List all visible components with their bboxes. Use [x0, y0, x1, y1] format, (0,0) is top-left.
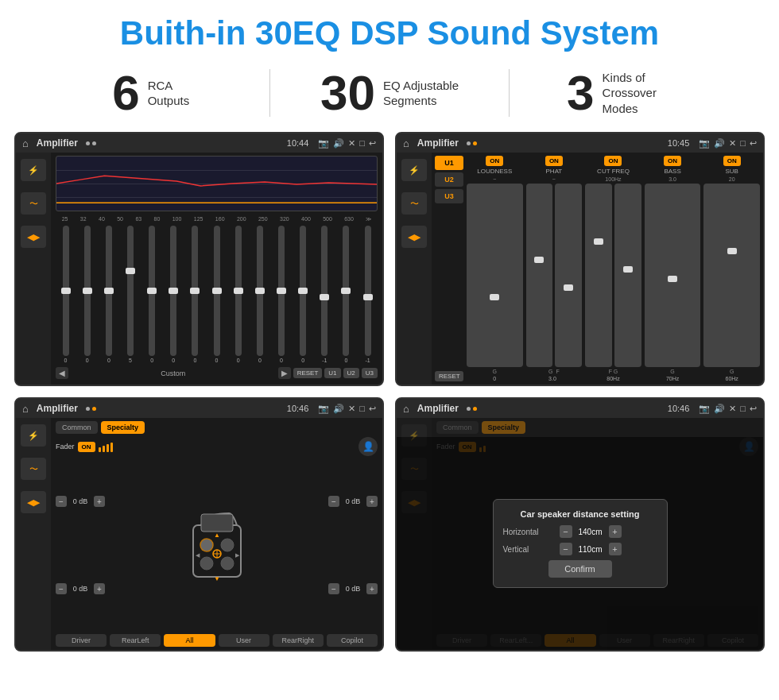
xover-side-btn-2[interactable]: 〜: [401, 192, 427, 215]
eq-slider-6[interactable]: 0: [185, 226, 205, 363]
xover-phat-thumb1[interactable]: [534, 257, 544, 263]
fader-side-btn-1[interactable]: ⚡: [21, 424, 46, 447]
eq-thumb-2[interactable]: [104, 288, 114, 294]
dialog-horizontal-plus[interactable]: +: [609, 525, 622, 538]
xover-cutfreq-slider1[interactable]: [585, 184, 612, 367]
eq-thumb-7[interactable]: [212, 288, 222, 294]
xover-phat-slider2[interactable]: [555, 184, 582, 367]
close-icon[interactable]: ✕: [348, 138, 355, 149]
xover-sub-thumb1[interactable]: [727, 248, 737, 254]
eq-side-btn-2[interactable]: 〜: [21, 192, 46, 215]
fader-copilot-btn[interactable]: Copilot: [327, 634, 378, 647]
eq-track-6[interactable]: [192, 226, 198, 356]
eq-slider-7[interactable]: 0: [207, 226, 227, 363]
fader-minus-tr[interactable]: −: [328, 496, 339, 507]
xover-cutfreq-slider2[interactable]: [614, 184, 641, 367]
xover-cutfreq-thumb2[interactable]: [623, 266, 633, 273]
eq-track-4[interactable]: [149, 226, 155, 356]
fader-minus-bl[interactable]: −: [56, 583, 67, 594]
fader-driver-btn[interactable]: Driver: [56, 634, 107, 647]
eq-thumb-1[interactable]: [83, 288, 92, 294]
fader-minus-tl[interactable]: −: [56, 496, 67, 507]
xover-phat-toggle[interactable]: ON: [545, 156, 563, 166]
fader-close-icon[interactable]: ✕: [348, 404, 355, 414]
xover-u2-btn[interactable]: U2: [435, 172, 463, 187]
eq-prev-btn[interactable]: ◀: [56, 367, 68, 379]
dialog-vertical-plus[interactable]: +: [609, 543, 622, 555]
xover-loudness-toggle[interactable]: ON: [486, 156, 503, 166]
dialog-close-icon[interactable]: ✕: [729, 404, 736, 414]
fader-minus-br[interactable]: −: [328, 583, 339, 594]
eq-thumb-5[interactable]: [169, 288, 178, 294]
fader-plus-tr[interactable]: +: [366, 496, 378, 507]
xover-home-icon[interactable]: ⌂: [403, 137, 409, 149]
fader-user-btn[interactable]: User: [219, 634, 269, 647]
fader-all-btn[interactable]: All: [164, 634, 215, 647]
eq-track-3[interactable]: [127, 226, 134, 356]
eq-thumb-9[interactable]: [255, 288, 265, 294]
eq-thumb-12[interactable]: [320, 294, 329, 300]
eq-slider-3[interactable]: 5: [120, 226, 140, 363]
eq-thumb-4[interactable]: [147, 288, 157, 294]
xover-phat-thumb2[interactable]: [564, 284, 573, 291]
eq-track-9[interactable]: [257, 226, 263, 356]
eq-track-14[interactable]: [365, 226, 371, 356]
fader-side-btn-3[interactable]: ◀▶: [21, 491, 46, 513]
dialog-horizontal-minus[interactable]: −: [560, 525, 572, 538]
eq-u1-btn[interactable]: U1: [324, 368, 340, 378]
dialog-back-icon[interactable]: ↩: [750, 404, 757, 414]
eq-side-btn-3[interactable]: ◀▶: [21, 226, 46, 248]
eq-thumb-8[interactable]: [234, 288, 243, 294]
eq-side-btn-1[interactable]: ⚡: [21, 159, 46, 181]
fader-home-icon[interactable]: ⌂: [22, 403, 29, 415]
eq-slider-11[interactable]: 0: [293, 226, 313, 363]
eq-thumb-11[interactable]: [298, 288, 308, 294]
xover-cutfreq-toggle[interactable]: ON: [604, 156, 622, 166]
fader-on-toggle[interactable]: ON: [78, 442, 95, 452]
eq-slider-13[interactable]: 0: [336, 226, 356, 363]
xover-u1-btn[interactable]: U1: [435, 156, 463, 170]
eq-thumb-3[interactable]: [126, 268, 135, 274]
eq-track-10[interactable]: [278, 226, 285, 356]
xover-bass-thumb1[interactable]: [668, 276, 677, 282]
xover-loudness-thumb1[interactable]: [490, 294, 499, 300]
eq-track-7[interactable]: [214, 226, 220, 356]
eq-slider-1[interactable]: 0: [77, 226, 97, 363]
xover-u3-btn[interactable]: U3: [435, 189, 463, 203]
eq-track-13[interactable]: [343, 226, 349, 356]
xover-side-btn-1[interactable]: ⚡: [401, 159, 427, 181]
fader-rearleft-btn[interactable]: RearLeft: [110, 634, 161, 647]
fader-person-icon[interactable]: 👤: [358, 437, 378, 456]
eq-track-12[interactable]: [321, 226, 327, 356]
xover-bass-slider1[interactable]: [645, 184, 701, 367]
eq-thumb-14[interactable]: [363, 294, 373, 300]
xover-side-btn-3[interactable]: ◀▶: [401, 226, 427, 248]
eq-next-btn[interactable]: ▶: [278, 367, 291, 379]
fader-plus-bl[interactable]: +: [94, 583, 105, 594]
eq-slider-4[interactable]: 0: [142, 226, 162, 363]
eq-slider-5[interactable]: 0: [164, 226, 184, 363]
eq-thumb-13[interactable]: [341, 288, 351, 294]
eq-u3-btn[interactable]: U3: [362, 368, 378, 378]
eq-slider-9[interactable]: 0: [250, 226, 269, 363]
xover-loudness-slider1[interactable]: [467, 184, 523, 367]
eq-track-5[interactable]: [170, 226, 176, 356]
eq-track-0[interactable]: [63, 226, 69, 356]
eq-track-1[interactable]: [84, 226, 91, 356]
xover-sub-toggle[interactable]: ON: [723, 156, 741, 166]
xover-close-icon[interactable]: ✕: [729, 138, 736, 149]
fader-rearright-btn[interactable]: RearRight: [273, 634, 324, 647]
fader-plus-tl[interactable]: +: [94, 496, 105, 507]
xover-bass-toggle[interactable]: ON: [664, 156, 681, 166]
eq-thumb-6[interactable]: [190, 288, 200, 294]
fader-side-btn-2[interactable]: 〜: [21, 458, 46, 480]
eq-thumb-10[interactable]: [277, 288, 286, 294]
xover-back-icon[interactable]: ↩: [750, 138, 757, 149]
eq-slider-8[interactable]: 0: [228, 226, 248, 363]
back-icon[interactable]: ↩: [369, 138, 376, 149]
eq-reset-btn[interactable]: RESET: [293, 368, 323, 378]
fader-tab-common[interactable]: Common: [56, 421, 98, 434]
eq-track-11[interactable]: [300, 226, 306, 356]
eq-slider-2[interactable]: 0: [99, 226, 118, 363]
confirm-button[interactable]: Confirm: [548, 560, 612, 578]
